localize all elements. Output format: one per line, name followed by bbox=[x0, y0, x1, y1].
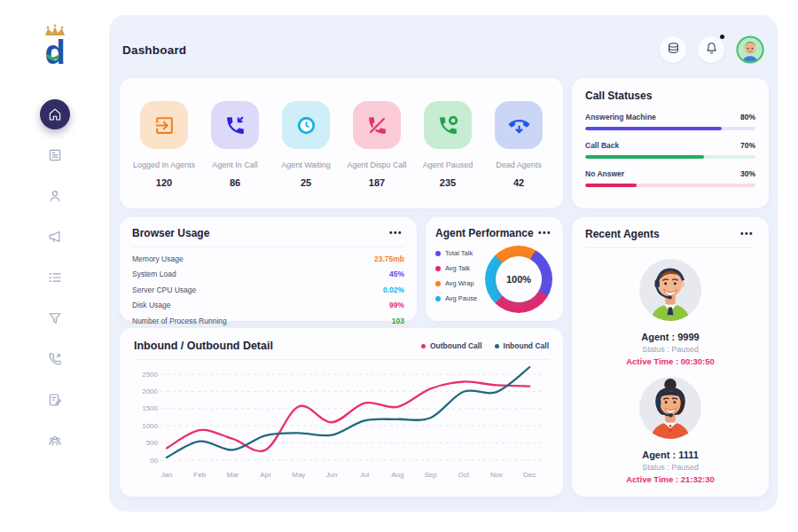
usage-row: Server CPU Usage 0.02% bbox=[132, 286, 404, 294]
megaphone-icon bbox=[47, 229, 63, 245]
usage-rows: Memory Usage 23.75mbSystem Load 45%Serve… bbox=[132, 254, 404, 325]
legend-dot bbox=[495, 344, 499, 348]
stat-label: Dead Agents bbox=[483, 160, 554, 169]
x-tick-label: May bbox=[292, 471, 305, 479]
stat-value: 86 bbox=[200, 177, 270, 188]
legend-dot bbox=[435, 281, 441, 286]
note-icon bbox=[47, 392, 63, 408]
status-value: 80% bbox=[740, 113, 755, 121]
filter-icon bbox=[47, 310, 63, 326]
sidebar-nav bbox=[40, 99, 70, 456]
phone-down-icon bbox=[495, 101, 543, 149]
divider bbox=[134, 359, 549, 360]
stat-value: 187 bbox=[341, 177, 412, 188]
divider bbox=[585, 247, 755, 248]
recent-agents-title: Recent Agents bbox=[585, 228, 660, 240]
legend-item-avg-wrap: Avg Wrap bbox=[435, 279, 477, 287]
progress-fill bbox=[585, 127, 722, 130]
header-actions bbox=[660, 35, 764, 64]
usage-row: System Load 45% bbox=[132, 270, 404, 278]
stat-value: 120 bbox=[129, 177, 200, 188]
stat-card-agent-paused: Agent Paused 235 bbox=[412, 101, 483, 208]
logout-door-icon bbox=[140, 101, 188, 149]
x-tick-label: Nov bbox=[490, 471, 503, 479]
dashboard-frame: d Dashboard bbox=[0, 0, 798, 532]
stat-label: Agent In Call bbox=[200, 160, 270, 169]
chart-legend-item-outbound-call: Outbound Call bbox=[421, 341, 482, 350]
stat-card-agent-dispo-call: Agent Dispo Call 187 bbox=[341, 101, 412, 208]
call-statuses-title: Call Statuses bbox=[585, 90, 652, 102]
sidebar-item-note[interactable] bbox=[40, 385, 70, 415]
progress-track bbox=[585, 127, 755, 130]
database-icon bbox=[666, 41, 681, 59]
x-tick-label: Oct bbox=[458, 471, 470, 479]
legend-item-avg-talk: Avg Talk bbox=[435, 264, 477, 272]
legend-dot bbox=[435, 296, 441, 301]
stat-value: 42 bbox=[483, 177, 554, 188]
notifications-button[interactable] bbox=[698, 36, 724, 63]
usage-row: Number of Process Running 103 bbox=[132, 317, 404, 325]
stat-label: Agent Paused bbox=[412, 160, 483, 169]
usage-value: 103 bbox=[392, 317, 404, 325]
main-panel: Dashboard bbox=[109, 15, 778, 512]
usage-label: Number of Process Running bbox=[132, 317, 227, 325]
x-tick-label: Apr bbox=[260, 471, 271, 479]
x-tick-label: Dec bbox=[523, 471, 536, 479]
agent-stats-card: Logged In Agents 120 Agent In Call 86 Ag… bbox=[120, 78, 563, 208]
app-logo[interactable]: d bbox=[35, 23, 75, 74]
stat-card-dead-agents: Dead Agents 42 bbox=[483, 101, 554, 208]
phone-slash-icon bbox=[353, 101, 401, 149]
status-row-answering-machine: Answering Machine 80% bbox=[585, 113, 755, 130]
sidebar-item-user[interactable] bbox=[40, 181, 70, 211]
stat-card-agent-in-call: Agent In Call 86 bbox=[200, 101, 270, 208]
stat-card-agent-waiting: Agent Waiting 25 bbox=[270, 101, 341, 208]
recent-agents-card: Recent Agents ••• Agent : 9999 Status : … bbox=[572, 217, 769, 497]
progress-fill bbox=[585, 184, 637, 187]
x-tick-label: Jun bbox=[326, 471, 338, 479]
status-label: Answering Machine bbox=[585, 113, 656, 121]
agent-id: Agent : 1111 bbox=[585, 450, 755, 460]
user-avatar[interactable] bbox=[736, 35, 764, 64]
sidebar-item-phone[interactable] bbox=[40, 344, 70, 374]
legend-label: Avg Wrap bbox=[445, 279, 474, 287]
database-button[interactable] bbox=[660, 36, 686, 63]
y-tick-label: 2000 bbox=[142, 387, 158, 395]
progress-track bbox=[585, 184, 755, 187]
legend-dot bbox=[435, 251, 441, 256]
sidebar-item-list[interactable] bbox=[40, 262, 70, 293]
list-icon bbox=[47, 270, 63, 286]
x-tick-label: Aug bbox=[391, 471, 403, 479]
status-label: Call Back bbox=[585, 141, 619, 150]
sidebar-item-team[interactable] bbox=[40, 426, 70, 456]
report-icon bbox=[47, 147, 63, 163]
chart-legend: Outbound Call Inbound Call bbox=[421, 341, 549, 350]
legend-label: Outbound Call bbox=[430, 341, 482, 350]
stat-label: Agent Dispo Call bbox=[341, 160, 412, 169]
x-tick-label: Sep bbox=[424, 471, 437, 479]
agent-performance-menu-button[interactable]: ••• bbox=[536, 227, 553, 239]
status-value: 30% bbox=[740, 169, 755, 178]
sidebar-item-megaphone[interactable] bbox=[40, 222, 70, 252]
sidebar-item-home[interactable] bbox=[40, 99, 70, 129]
browser-usage-menu-button[interactable]: ••• bbox=[387, 227, 404, 239]
sidebar-item-report[interactable] bbox=[40, 140, 70, 170]
legend-label: Inbound Call bbox=[504, 341, 549, 350]
sidebar-item-filter[interactable] bbox=[40, 303, 70, 333]
legend-label: Avg Talk bbox=[445, 264, 470, 272]
user-icon bbox=[47, 188, 63, 204]
status-row-call-back: Call Back 70% bbox=[585, 141, 755, 159]
agent-block: Agent : 1111 Status : Paused Active Time… bbox=[585, 376, 755, 484]
x-tick-label: Mar bbox=[227, 471, 239, 479]
usage-value: 45% bbox=[389, 270, 404, 278]
stat-label: Agent Waiting bbox=[270, 160, 341, 169]
phone-incoming-icon bbox=[211, 101, 259, 149]
legend-label: Avg Pause bbox=[445, 294, 477, 302]
status-rows: Answering Machine 80% Call Back 70% No A… bbox=[585, 113, 755, 187]
recent-agents-menu-button[interactable]: ••• bbox=[739, 228, 755, 240]
phone-pause-icon bbox=[424, 101, 472, 149]
y-tick-label: 00 bbox=[150, 457, 158, 465]
svg-text:d: d bbox=[44, 34, 65, 71]
donut-legend: Total Talk Avg Talk Avg Wrap Avg Pause bbox=[435, 249, 477, 313]
home-icon bbox=[47, 106, 63, 122]
status-label: No Answer bbox=[585, 169, 624, 178]
